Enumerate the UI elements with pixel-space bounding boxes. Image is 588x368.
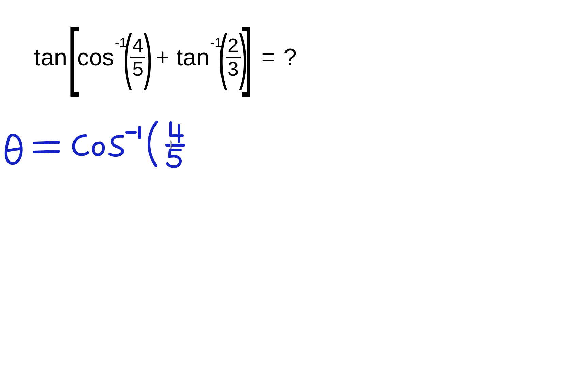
hw-left-paren <box>149 122 157 166</box>
term1-right-paren: ) <box>144 32 153 81</box>
term2-left-paren: ( <box>218 32 227 81</box>
hw-equals <box>34 142 59 152</box>
hw-theta <box>6 135 21 163</box>
term-1: cos -1 ( 4 5 ) <box>77 33 149 82</box>
term2-denominator: 3 <box>226 58 241 79</box>
term2-fraction: 2 3 <box>226 35 241 79</box>
outer-function: tan <box>34 45 67 69</box>
whiteboard-canvas[interactable]: tan [ cos -1 ( 4 5 ) + tan -1 ( 2 3 <box>0 0 588 368</box>
plus-operator: + <box>156 45 169 69</box>
hw-denominator-5 <box>167 150 180 167</box>
rhs-question: ? <box>283 45 297 69</box>
pen-cursor-icon <box>164 139 177 151</box>
hw-numerator-4 <box>171 123 182 142</box>
term2-func-name: tan <box>176 45 209 69</box>
printed-equation: tan [ cos -1 ( 4 5 ) + tan -1 ( 2 3 <box>34 27 297 87</box>
equals-sign: = <box>261 45 275 69</box>
term1-function: cos -1 <box>77 45 127 69</box>
hw-cos <box>74 136 122 155</box>
term1-left-paren: ( <box>123 32 132 81</box>
term-2: tan -1 ( 2 3 ) <box>176 33 244 82</box>
right-square-bracket: ] <box>242 25 254 85</box>
left-square-bracket: [ <box>68 25 79 85</box>
term2-function: tan -1 <box>176 45 222 69</box>
hw-exponent <box>127 127 140 138</box>
term1-func-name: cos <box>77 45 114 69</box>
term2-numerator: 2 <box>226 35 241 58</box>
